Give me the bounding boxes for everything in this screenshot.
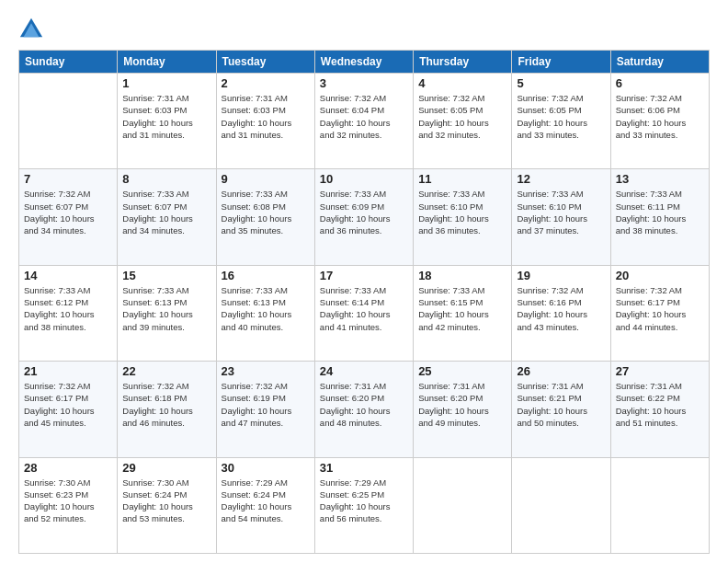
- day-number: 16: [222, 269, 310, 282]
- day-number: 18: [418, 269, 506, 282]
- calendar-day-cell: 22Sunrise: 7:32 AM Sunset: 6:18 PM Dayli…: [118, 362, 216, 457]
- calendar-day-cell: 24Sunrise: 7:31 AM Sunset: 6:20 PM Dayli…: [314, 362, 413, 457]
- day-number: 31: [320, 461, 408, 475]
- calendar-day-cell: 5Sunrise: 7:32 AM Sunset: 6:05 PM Daylig…: [512, 74, 610, 169]
- calendar-week-row: 21Sunrise: 7:32 AM Sunset: 6:17 PM Dayli…: [19, 362, 710, 457]
- calendar-day-cell: 16Sunrise: 7:33 AM Sunset: 6:13 PM Dayli…: [216, 265, 314, 361]
- calendar-day-cell: 18Sunrise: 7:33 AM Sunset: 6:15 PM Dayli…: [414, 265, 512, 361]
- calendar-day-cell: 2Sunrise: 7:31 AM Sunset: 6:03 PM Daylig…: [216, 74, 314, 169]
- day-info: Sunrise: 7:32 AM Sunset: 6:05 PM Dayligh…: [418, 92, 506, 141]
- day-info: Sunrise: 7:33 AM Sunset: 6:15 PM Dayligh…: [418, 284, 506, 333]
- day-number: 4: [418, 76, 506, 90]
- day-number: 15: [122, 269, 210, 282]
- weekday-header-cell: Thursday: [414, 51, 512, 74]
- day-info: Sunrise: 7:29 AM Sunset: 6:24 PM Dayligh…: [222, 477, 310, 525]
- day-info: Sunrise: 7:32 AM Sunset: 6:18 PM Dayligh…: [122, 380, 210, 429]
- calendar-day-cell: 31Sunrise: 7:29 AM Sunset: 6:25 PM Dayli…: [314, 457, 413, 553]
- calendar-day-cell: 21Sunrise: 7:32 AM Sunset: 6:17 PM Dayli…: [19, 362, 118, 457]
- page: SundayMondayTuesdayWednesdayThursdayFrid…: [0, 0, 728, 563]
- day-info: Sunrise: 7:33 AM Sunset: 6:13 PM Dayligh…: [122, 284, 210, 333]
- header: [18, 15, 710, 40]
- day-info: Sunrise: 7:31 AM Sunset: 6:20 PM Dayligh…: [320, 380, 408, 429]
- day-number: 5: [517, 76, 605, 90]
- weekday-header-cell: Tuesday: [216, 51, 314, 74]
- logo-icon: [18, 15, 44, 40]
- day-number: 26: [517, 364, 605, 378]
- calendar-table: SundayMondayTuesdayWednesdayThursdayFrid…: [18, 50, 710, 554]
- calendar-day-cell: 25Sunrise: 7:31 AM Sunset: 6:20 PM Dayli…: [414, 362, 512, 457]
- day-number: 28: [24, 461, 112, 475]
- day-info: Sunrise: 7:33 AM Sunset: 6:10 PM Dayligh…: [418, 188, 506, 236]
- day-number: 7: [24, 172, 112, 186]
- day-info: Sunrise: 7:32 AM Sunset: 6:17 PM Dayligh…: [24, 380, 112, 429]
- calendar-day-cell: 20Sunrise: 7:32 AM Sunset: 6:17 PM Dayli…: [610, 265, 709, 361]
- calendar-day-cell: 14Sunrise: 7:33 AM Sunset: 6:12 PM Dayli…: [19, 265, 118, 361]
- calendar-day-cell: 9Sunrise: 7:33 AM Sunset: 6:08 PM Daylig…: [216, 169, 314, 265]
- day-number: 10: [320, 172, 408, 186]
- day-info: Sunrise: 7:33 AM Sunset: 6:12 PM Dayligh…: [24, 284, 112, 333]
- calendar-day-cell: 4Sunrise: 7:32 AM Sunset: 6:05 PM Daylig…: [414, 74, 512, 169]
- calendar-day-cell: 1Sunrise: 7:31 AM Sunset: 6:03 PM Daylig…: [118, 74, 216, 169]
- calendar-day-cell: 17Sunrise: 7:33 AM Sunset: 6:14 PM Dayli…: [314, 265, 413, 361]
- day-number: 14: [24, 269, 112, 282]
- day-info: Sunrise: 7:31 AM Sunset: 6:03 PM Dayligh…: [122, 92, 210, 141]
- day-info: Sunrise: 7:29 AM Sunset: 6:25 PM Dayligh…: [320, 477, 408, 525]
- day-info: Sunrise: 7:32 AM Sunset: 6:19 PM Dayligh…: [222, 380, 310, 429]
- calendar-day-cell: 13Sunrise: 7:33 AM Sunset: 6:11 PM Dayli…: [610, 169, 709, 265]
- day-info: Sunrise: 7:31 AM Sunset: 6:22 PM Dayligh…: [616, 380, 704, 429]
- logo: [18, 15, 48, 40]
- day-info: Sunrise: 7:33 AM Sunset: 6:08 PM Dayligh…: [222, 188, 310, 236]
- day-number: 12: [517, 172, 605, 186]
- day-number: 25: [418, 364, 506, 378]
- calendar-day-cell: 29Sunrise: 7:30 AM Sunset: 6:24 PM Dayli…: [118, 457, 216, 553]
- day-number: 24: [320, 364, 408, 378]
- calendar-day-cell: 3Sunrise: 7:32 AM Sunset: 6:04 PM Daylig…: [314, 74, 413, 169]
- day-number: 17: [320, 269, 408, 282]
- day-number: 27: [616, 364, 704, 378]
- day-info: Sunrise: 7:31 AM Sunset: 6:03 PM Dayligh…: [222, 92, 310, 141]
- calendar-day-cell: 11Sunrise: 7:33 AM Sunset: 6:10 PM Dayli…: [414, 169, 512, 265]
- calendar-day-cell: 10Sunrise: 7:33 AM Sunset: 6:09 PM Dayli…: [314, 169, 413, 265]
- calendar-day-cell: [414, 457, 512, 553]
- weekday-header-cell: Sunday: [19, 51, 118, 74]
- calendar-day-cell: 26Sunrise: 7:31 AM Sunset: 6:21 PM Dayli…: [512, 362, 610, 457]
- day-number: 8: [122, 172, 210, 186]
- calendar-day-cell: 15Sunrise: 7:33 AM Sunset: 6:13 PM Dayli…: [118, 265, 216, 361]
- day-info: Sunrise: 7:31 AM Sunset: 6:21 PM Dayligh…: [517, 380, 605, 429]
- calendar-day-cell: [19, 74, 118, 169]
- day-info: Sunrise: 7:33 AM Sunset: 6:10 PM Dayligh…: [517, 188, 605, 236]
- day-number: 19: [517, 269, 605, 282]
- day-number: 21: [24, 364, 112, 378]
- calendar-day-cell: 27Sunrise: 7:31 AM Sunset: 6:22 PM Dayli…: [610, 362, 709, 457]
- calendar-day-cell: 12Sunrise: 7:33 AM Sunset: 6:10 PM Dayli…: [512, 169, 610, 265]
- calendar-week-row: 1Sunrise: 7:31 AM Sunset: 6:03 PM Daylig…: [19, 74, 710, 169]
- day-info: Sunrise: 7:31 AM Sunset: 6:20 PM Dayligh…: [418, 380, 506, 429]
- weekday-header-cell: Saturday: [610, 51, 709, 74]
- day-number: 22: [122, 364, 210, 378]
- day-number: 23: [222, 364, 310, 378]
- calendar-week-row: 7Sunrise: 7:32 AM Sunset: 6:07 PM Daylig…: [19, 169, 710, 265]
- calendar-day-cell: 6Sunrise: 7:32 AM Sunset: 6:06 PM Daylig…: [610, 74, 709, 169]
- day-info: Sunrise: 7:32 AM Sunset: 6:17 PM Dayligh…: [616, 284, 704, 333]
- calendar-day-cell: [610, 457, 709, 553]
- day-info: Sunrise: 7:33 AM Sunset: 6:11 PM Dayligh…: [616, 188, 704, 236]
- calendar-day-cell: 23Sunrise: 7:32 AM Sunset: 6:19 PM Dayli…: [216, 362, 314, 457]
- day-number: 6: [616, 76, 704, 90]
- day-info: Sunrise: 7:33 AM Sunset: 6:14 PM Dayligh…: [320, 284, 408, 333]
- day-info: Sunrise: 7:32 AM Sunset: 6:05 PM Dayligh…: [517, 92, 605, 141]
- day-info: Sunrise: 7:33 AM Sunset: 6:13 PM Dayligh…: [222, 284, 310, 333]
- calendar-day-cell: 19Sunrise: 7:32 AM Sunset: 6:16 PM Dayli…: [512, 265, 610, 361]
- calendar-week-row: 28Sunrise: 7:30 AM Sunset: 6:23 PM Dayli…: [19, 457, 710, 553]
- calendar-day-cell: [512, 457, 610, 553]
- day-number: 11: [418, 172, 506, 186]
- day-number: 1: [122, 76, 210, 90]
- day-info: Sunrise: 7:33 AM Sunset: 6:07 PM Dayligh…: [122, 188, 210, 236]
- day-info: Sunrise: 7:30 AM Sunset: 6:24 PM Dayligh…: [122, 477, 210, 525]
- calendar-day-cell: 8Sunrise: 7:33 AM Sunset: 6:07 PM Daylig…: [118, 169, 216, 265]
- day-number: 3: [320, 76, 408, 90]
- day-number: 13: [616, 172, 704, 186]
- calendar-day-cell: 28Sunrise: 7:30 AM Sunset: 6:23 PM Dayli…: [19, 457, 118, 553]
- day-number: 30: [222, 461, 310, 475]
- weekday-header-cell: Monday: [118, 51, 216, 74]
- calendar-week-row: 14Sunrise: 7:33 AM Sunset: 6:12 PM Dayli…: [19, 265, 710, 361]
